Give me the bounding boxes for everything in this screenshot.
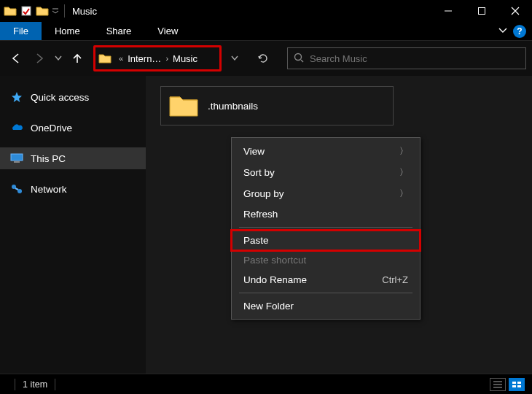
pc-icon xyxy=(10,152,23,165)
breadcrumb-folder-icon xyxy=(98,53,112,64)
sidebar-item-label: Quick access xyxy=(31,92,89,103)
folder-tile[interactable]: .thumbnails xyxy=(160,86,394,125)
ctx-label: Paste shortcut xyxy=(243,255,306,266)
status-text: 1 item xyxy=(23,379,47,390)
tab-share[interactable]: Share xyxy=(93,22,145,40)
ctx-label: Refresh xyxy=(243,209,278,220)
folder-name: .thumbnails xyxy=(208,101,258,112)
ctx-undo-rename[interactable]: Undo Rename Ctrl+Z xyxy=(232,270,420,290)
ctx-shortcut: Ctrl+Z xyxy=(382,274,408,285)
qat-dropdown-icon[interactable] xyxy=(51,4,60,18)
separator xyxy=(239,293,412,293)
sidebar-item-label: OneDrive xyxy=(31,123,72,134)
window-title: Music xyxy=(72,6,97,17)
separator xyxy=(55,379,55,390)
ctx-label: Paste xyxy=(243,235,269,246)
svg-rect-2 xyxy=(479,8,485,15)
chevron-right-icon[interactable]: › xyxy=(165,54,168,63)
app-folder-icon xyxy=(3,4,17,18)
onedrive-icon xyxy=(10,121,23,134)
view-details-button[interactable] xyxy=(490,378,506,391)
breadcrumb-overflow[interactable]: « xyxy=(119,54,123,63)
ctx-label: Sort by xyxy=(243,167,275,178)
svg-point-3 xyxy=(295,53,302,60)
title-bar: Music xyxy=(0,0,532,22)
ribbon-collapse-icon[interactable] xyxy=(498,26,507,36)
back-button[interactable] xyxy=(6,48,26,69)
network-icon xyxy=(10,182,23,196)
chevron-right-icon: 〉 xyxy=(399,145,408,158)
address-bar[interactable]: « Intern… › Music xyxy=(95,47,219,69)
ctx-label: View xyxy=(243,146,265,157)
ctx-label: Group by xyxy=(243,188,284,199)
help-icon[interactable]: ? xyxy=(513,25,526,38)
navigation-bar: « Intern… › Music xyxy=(0,41,532,76)
sidebar-item-label: Network xyxy=(31,184,67,195)
context-menu: View 〉 Sort by 〉 Group by 〉 Refresh Past… xyxy=(231,137,420,320)
ctx-paste-shortcut: Paste shortcut xyxy=(232,250,420,270)
search-icon xyxy=(294,53,304,65)
ctx-paste[interactable]: Paste xyxy=(232,231,420,250)
navigation-pane: Quick access OneDrive This PC Network xyxy=(0,76,146,374)
ctx-label: New Folder xyxy=(243,301,294,312)
search-box[interactable] xyxy=(287,47,526,69)
chevron-right-icon: 〉 xyxy=(399,166,408,179)
file-tab[interactable]: File xyxy=(0,22,42,40)
ribbon-tabs: File Home Share View ? xyxy=(0,22,532,41)
chevron-right-icon: 〉 xyxy=(399,188,408,200)
minimize-button[interactable] xyxy=(431,0,465,22)
search-input[interactable] xyxy=(310,53,520,64)
tab-home[interactable]: Home xyxy=(42,22,93,40)
ctx-label: Undo Rename xyxy=(243,274,307,285)
ctx-new-folder[interactable]: New Folder xyxy=(232,296,420,316)
qat: Music xyxy=(0,4,100,18)
svg-rect-11 xyxy=(517,382,521,384)
content-pane[interactable]: .thumbnails View 〉 Sort by 〉 Group by 〉 … xyxy=(146,76,532,374)
ctx-refresh[interactable]: Refresh xyxy=(232,204,420,224)
recent-locations-icon[interactable] xyxy=(52,48,64,69)
view-large-icons-button[interactable] xyxy=(509,378,525,391)
svg-rect-6 xyxy=(14,161,20,163)
address-bar-highlight: « Intern… › Music xyxy=(93,45,222,72)
forward-button[interactable] xyxy=(29,48,50,69)
breadcrumb-item-1[interactable]: Music xyxy=(173,53,197,64)
address-dropdown-icon[interactable] xyxy=(224,55,245,62)
status-bar: 1 item xyxy=(0,374,532,394)
app-folder-icon-2 xyxy=(35,4,50,18)
svg-line-4 xyxy=(301,60,303,62)
ctx-group-by[interactable]: Group by 〉 xyxy=(232,183,420,204)
ctx-view[interactable]: View 〉 xyxy=(232,141,420,162)
sidebar-item-quick-access[interactable]: Quick access xyxy=(0,86,146,108)
window-controls xyxy=(431,0,532,22)
svg-rect-12 xyxy=(512,385,516,387)
maximize-button[interactable] xyxy=(465,0,498,22)
svg-rect-5 xyxy=(11,154,23,161)
refresh-button[interactable] xyxy=(252,47,274,69)
separator xyxy=(15,379,15,390)
qat-properties-icon[interactable] xyxy=(19,4,34,18)
up-button[interactable] xyxy=(67,48,87,69)
separator xyxy=(239,227,412,228)
sidebar-item-label: This PC xyxy=(31,153,66,164)
svg-rect-13 xyxy=(517,385,521,387)
svg-line-9 xyxy=(15,188,18,190)
body: Quick access OneDrive This PC Network xyxy=(0,76,532,374)
sidebar-item-onedrive[interactable]: OneDrive xyxy=(0,117,146,139)
sidebar-item-network[interactable]: Network xyxy=(0,178,146,200)
sidebar-item-this-pc[interactable]: This PC xyxy=(0,147,146,169)
breadcrumb-item-0[interactable]: Intern… xyxy=(128,53,161,64)
folder-icon xyxy=(168,93,199,119)
star-icon xyxy=(10,90,23,104)
svg-rect-10 xyxy=(512,382,516,384)
close-button[interactable] xyxy=(498,0,532,22)
tab-view[interactable]: View xyxy=(144,22,191,40)
ctx-sort-by[interactable]: Sort by 〉 xyxy=(232,162,420,183)
separator xyxy=(64,4,65,18)
